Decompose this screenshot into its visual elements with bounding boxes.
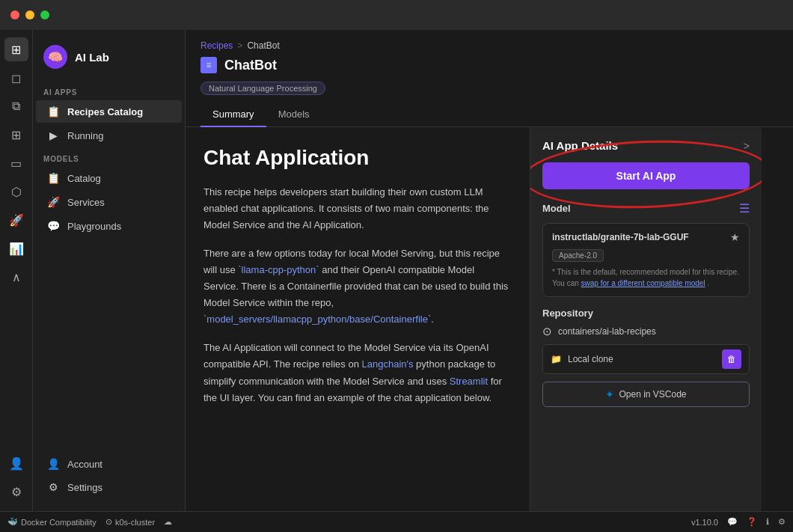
local-clone-row: 📁 Local clone 🗑 <box>542 344 750 374</box>
cluster-item[interactable]: ⊙ k0s-cluster <box>105 517 155 527</box>
model-card-header: instructlab/granite-7b-lab-GGUF ★ <box>552 231 740 243</box>
breadcrumb-separator: > <box>237 40 242 51</box>
docker-compat-label: Docker Compatibility <box>21 518 97 527</box>
repo-section-title: Repository <box>542 308 750 319</box>
strip-chevron-up-icon[interactable]: ∧ <box>4 265 28 289</box>
sidebar-item-running[interactable]: ▶ Running <box>36 124 182 147</box>
settings-gear-icon[interactable]: ⚙ <box>778 517 786 527</box>
nlp-tag: Natural Language Processing <box>200 82 325 95</box>
recipes-catalog-icon: 📋 <box>46 106 60 117</box>
strip-layers-icon[interactable]: ⧉ <box>4 94 28 118</box>
breadcrumb: Recipes > ChatBot <box>200 40 778 51</box>
maximize-button[interactable] <box>40 10 49 19</box>
license-badge: Apache-2.0 <box>552 249 604 262</box>
model-note: * This is the default, recommended model… <box>552 266 740 289</box>
statusbar: 🐳 Docker Compatibility ⊙ k0s-cluster ☁ v… <box>0 511 793 532</box>
logo-icon: 🧠 <box>43 45 67 69</box>
strip-cube-icon[interactable]: ◻ <box>4 66 28 90</box>
settings-icon: ⚙ <box>46 481 60 493</box>
sidebar-logo: 🧠 AI Lab <box>33 39 185 81</box>
model-name: instructlab/granite-7b-lab-GGUF <box>552 232 689 242</box>
strip-puzzle-icon[interactable]: ⬡ <box>4 180 28 204</box>
content-header: Recipes > ChatBot ≡ ChatBot Natural Lang… <box>186 30 793 127</box>
panel-chevron-icon[interactable]: > <box>744 140 750 152</box>
main-content: Recipes > ChatBot ≡ ChatBot Natural Lang… <box>186 30 793 511</box>
strip-rocket-icon[interactable]: 🚀 <box>4 208 28 232</box>
article-para-1: This recipe helps developers start build… <box>203 184 512 233</box>
tab-models[interactable]: Models <box>266 103 322 127</box>
version-label: v1.10.0 <box>691 518 718 527</box>
langchain-link[interactable]: Langchain's <box>362 358 414 370</box>
start-ai-app-button[interactable]: Start AI App <box>542 162 750 189</box>
playgrounds-label: Playgrounds <box>67 221 121 232</box>
model-section-label: Model <box>542 203 571 214</box>
right-panel: AI App Details > Start AI App Model ☰ in… <box>530 127 762 511</box>
strip-storage-icon[interactable]: ▭ <box>4 151 28 175</box>
sidebar-item-catalog[interactable]: 📋 Catalog <box>36 167 182 189</box>
panel-header: AI App Details > <box>542 139 750 152</box>
open-vscode-label: Open in VSCode <box>619 389 686 400</box>
titlebar <box>0 0 793 30</box>
llama-cpp-link[interactable]: `llama-cpp-python` <box>238 264 319 275</box>
sidebar-item-playgrounds[interactable]: 💬 Playgrounds <box>36 215 182 237</box>
sidebar-bottom: 👤 Account ⚙ Settings <box>33 449 185 502</box>
sidebar-item-recipes-catalog[interactable]: 📋 Recipes Catalog <box>36 100 182 123</box>
settings-label: Settings <box>67 482 102 493</box>
tabs: Summary Models <box>200 103 778 126</box>
cluster-label: k0s-cluster <box>115 518 155 527</box>
open-vscode-button[interactable]: ✦ Open in VSCode <box>542 382 750 407</box>
recipes-catalog-label: Recipes Catalog <box>67 106 143 117</box>
section-label-models: MODELS <box>33 147 185 166</box>
list-view-icon[interactable]: ☰ <box>739 201 750 215</box>
model-note-suffix: . <box>707 279 709 287</box>
sidebar-item-services[interactable]: 🚀 Services <box>36 191 182 213</box>
chat-icon[interactable]: 💬 <box>727 517 738 527</box>
delete-clone-button[interactable]: 🗑 <box>722 349 741 369</box>
statusbar-right: v1.10.0 💬 ❓ ℹ ⚙ <box>691 517 786 527</box>
article: Chat Application This recipe helps devel… <box>186 127 530 511</box>
model-section-header: Model ☰ <box>542 201 750 215</box>
statusbar-left: 🐳 Docker Compatibility ⊙ k0s-cluster ☁ <box>7 517 172 527</box>
github-icon: ⊙ <box>542 325 552 338</box>
question-icon[interactable]: ❓ <box>747 517 757 527</box>
sidebar-item-account[interactable]: 👤 Account <box>36 453 182 475</box>
article-para-2: There are a few options today for local … <box>203 245 512 328</box>
cloud-item[interactable]: ☁ <box>164 517 172 527</box>
docker-compat-item[interactable]: 🐳 Docker Compatibility <box>7 517 97 527</box>
page-icon: ≡ <box>200 57 217 73</box>
app-name: AI Lab <box>75 51 109 64</box>
account-icon: 👤 <box>46 458 60 470</box>
content-body: Chat Application This recipe helps devel… <box>186 127 793 511</box>
catalog-icon: 📋 <box>46 172 60 184</box>
tab-summary[interactable]: Summary <box>200 103 266 127</box>
breadcrumb-recipes[interactable]: Recipes <box>200 40 233 51</box>
vscode-icon: ✦ <box>605 388 614 400</box>
strip-gear-icon[interactable]: ⚙ <box>4 480 28 504</box>
streamlit-link[interactable]: Streamlit <box>450 376 488 387</box>
info-icon[interactable]: ℹ <box>766 517 769 527</box>
local-clone-text: 📁 Local clone <box>551 354 613 364</box>
star-icon[interactable]: ★ <box>730 231 740 243</box>
services-label: Services <box>67 197 105 208</box>
running-label: Running <box>67 130 103 141</box>
icon-strip: ⊞ ◻ ⧉ ⊞ ▭ ⬡ 🚀 📊 ∧ 👤 ⚙ <box>0 30 33 511</box>
sidebar: 🧠 AI Lab AI APPS 📋 Recipes Catalog ▶ Run… <box>33 30 186 511</box>
close-button[interactable] <box>10 10 19 19</box>
repo-section: Repository ⊙ containers/ai-lab-recipes 📁… <box>542 308 750 407</box>
catalog-label: Catalog <box>67 173 101 184</box>
article-title: Chat Application <box>203 145 512 171</box>
containerfile-link[interactable]: `model_servers/llamacpp_python/base/Cont… <box>203 314 431 325</box>
strip-person-icon[interactable]: 👤 <box>4 451 28 475</box>
model-card: instructlab/granite-7b-lab-GGUF ★ Apache… <box>542 223 750 297</box>
minimize-button[interactable] <box>25 10 34 19</box>
strip-apps-icon[interactable]: ⊞ <box>4 123 28 147</box>
strip-grid-icon[interactable]: ⊞ <box>4 37 28 61</box>
playgrounds-icon: 💬 <box>46 220 60 232</box>
sidebar-item-settings[interactable]: ⚙ Settings <box>36 476 182 498</box>
page-title: ChatBot <box>224 58 277 73</box>
swap-model-link[interactable]: swap for a different compatible model <box>581 279 705 287</box>
local-clone-label: Local clone <box>568 354 613 364</box>
strip-chart-icon[interactable]: 📊 <box>4 236 28 260</box>
breadcrumb-current: ChatBot <box>247 40 279 51</box>
docker-compat-icon: 🐳 <box>7 517 18 527</box>
